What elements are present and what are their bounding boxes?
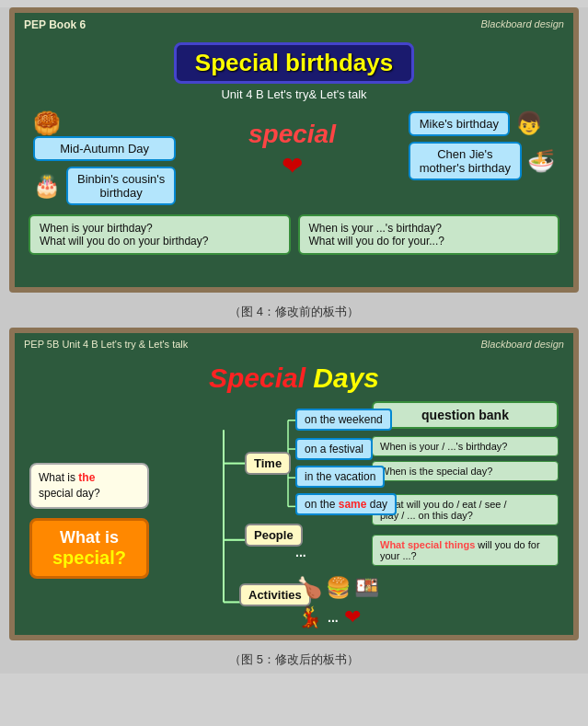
branch-same-day: on the same day	[295, 493, 397, 515]
board1-right-section: Mike's birthday 👦 Chen Jie'smother's bir…	[409, 110, 555, 180]
weekend-box: on the weekend	[295, 409, 392, 431]
board2: Blackboard design PEP 5B Unit 4 B Let's …	[9, 328, 579, 640]
board2-right-col: question bank When is your / ...'s birth…	[372, 401, 559, 640]
noodle-icon: 🍜	[527, 148, 555, 174]
board1-title-text: Special birthdays	[195, 49, 393, 76]
heart-icon2: ❤	[344, 605, 361, 629]
time-node: Time	[245, 452, 291, 475]
people-label: People	[245, 524, 303, 547]
q-bank-3-1: What will you do / eat / see /	[380, 499, 507, 510]
caption2: （图 5：修改后的板书）	[0, 648, 588, 674]
vacation-box: in the vacation	[295, 466, 385, 488]
q-bank-4-end: your ...?	[380, 550, 417, 561]
heart-icon: ❤	[282, 151, 303, 181]
special-label2: special?	[41, 547, 137, 569]
board1-binbin: Binbin's cousin'sbirthday	[66, 167, 176, 205]
dots-activities: ...	[328, 610, 339, 625]
board2-right-questions: When is your / ...'s birthday? When is t…	[372, 436, 559, 481]
caption1: （图 4：修改前的板书）	[0, 300, 588, 326]
question-bank-box: question bank	[372, 401, 559, 429]
board2-left-col: What is thespecial day? What is special?	[29, 401, 149, 640]
moon-cake-icon: 🥮	[33, 110, 61, 135]
dots-people-text: ...	[295, 545, 306, 559]
board2-unit-label: PEP 5B Unit 4 B Let's try & Let's talk	[24, 339, 188, 350]
time-label: Time	[245, 452, 291, 475]
board1: Blackboard design PEP Book 6 Special bir…	[9, 7, 579, 293]
board1-left-section: 🥮 Mid-Autumn Day 🎂 Binbin's cousin'sbirt…	[33, 110, 176, 205]
q-bank-2-text: When is the special day?	[380, 466, 492, 477]
boy-icon: 👦	[515, 110, 543, 136]
q-bank-4-rest: will you do for	[475, 539, 539, 550]
cake-icon: 🎂	[33, 173, 61, 199]
board1-title-box: Special birthdays	[174, 42, 414, 84]
page-wrapper: Blackboard design PEP Book 6 Special bir…	[0, 7, 588, 674]
q-bank-3: What will you do / eat / see / play / ..…	[372, 494, 559, 525]
board1-content: 🥮 Mid-Autumn Day 🎂 Binbin's cousin'sbirt…	[24, 110, 564, 205]
dots-people: ...	[295, 544, 306, 560]
food-area: 🍗 🍔 🍱	[297, 576, 379, 600]
board1-design-label: Blackboard design	[480, 18, 564, 29]
board2-tree-area: Time People Activities on the weekend on…	[155, 401, 366, 640]
the-highlight: the	[78, 471, 95, 484]
bottom-icons-area: 💃 ... ❤	[297, 605, 361, 629]
same-highlight: same	[339, 498, 367, 511]
board1-book-label: PEP Book 6	[24, 18, 86, 31]
branch-weekend: on the weekend	[295, 409, 392, 431]
board2-title-days: Days	[306, 363, 379, 393]
special-word: special	[248, 120, 336, 149]
board1-q-left-1: When is your birthday?	[40, 222, 153, 235]
board1-left-items: Mid-Autumn Day 🎂 Binbin's cousin'sbirthd…	[33, 136, 176, 205]
branch-festival: on a festival	[295, 438, 373, 460]
what-is-day-box: What is thespecial day?	[29, 463, 149, 509]
same-day-box: on the same day	[295, 493, 397, 515]
board2-body: What is thespecial day? What is special?	[24, 401, 564, 640]
q-bank-1-text: When is your / ...'s birthday?	[380, 441, 507, 452]
what-is-label1: What is	[41, 528, 137, 547]
board1-subtitle: Unit 4 B Let's try& Let's talk	[24, 87, 564, 101]
board1-q-right-2: What will you do for your...?	[309, 235, 444, 248]
festival-box: on a festival	[295, 438, 373, 460]
dancer-icon: 💃	[297, 605, 322, 629]
q-bank-4: What special things will you do for your…	[372, 535, 559, 566]
board2-design-label: Blackboard design	[480, 339, 564, 350]
q-bank-4-highlight: What special things	[380, 539, 475, 550]
board1-questions: When is your birthday? What will you do …	[24, 214, 564, 255]
chicken-icon: 🍗	[297, 576, 322, 600]
board1-center: special ❤	[248, 110, 336, 181]
fish-icon: 🍱	[354, 576, 379, 600]
board2-title-area: Special Days	[24, 363, 564, 394]
burger-icon: 🍔	[326, 576, 351, 600]
board1-chenjie: Chen Jie'smother's birthday	[409, 142, 522, 180]
people-node: People	[245, 524, 303, 547]
board1-mike: Mike's birthday	[409, 111, 510, 136]
q-bank-1: When is your / ...'s birthday?	[372, 436, 559, 456]
what-is-special-box: What is special?	[29, 518, 149, 579]
branch-vacation: in the vacation	[295, 466, 385, 488]
q-bank-2: When is the special day?	[372, 461, 559, 481]
board1-title-area: Special birthdays	[24, 42, 564, 84]
board2-title-special: Special	[209, 363, 306, 393]
board1-q-left: When is your birthday? What will you do …	[29, 214, 291, 255]
board1-mid-autumn: Mid-Autumn Day	[33, 136, 176, 161]
board1-q-right-1: When is your ...'s birthday?	[309, 222, 442, 235]
board1-q-right: When is your ...'s birthday? What will y…	[298, 214, 560, 255]
board1-q-left-2: What will you do on your birthday?	[40, 235, 208, 248]
